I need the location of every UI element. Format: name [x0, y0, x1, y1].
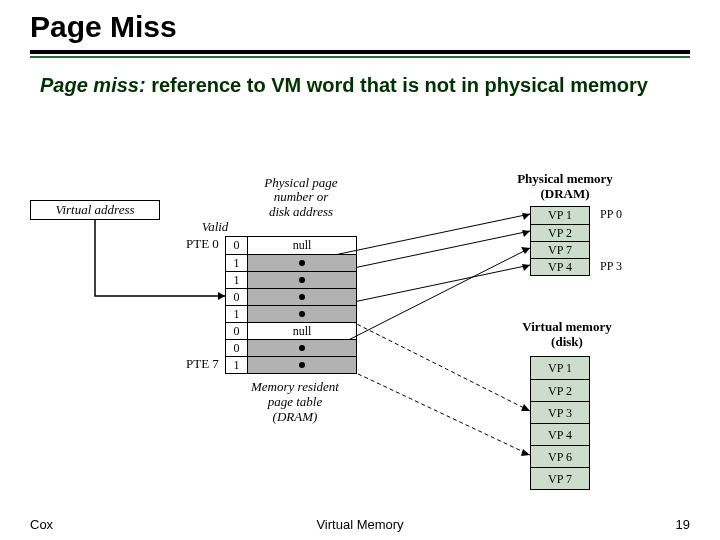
- vm-row: VP 2: [531, 379, 589, 401]
- virtual-address-box: Virtual address: [30, 200, 160, 220]
- memory-resident-page-table-label: Memory resident page table (DRAM): [230, 380, 360, 425]
- pt-row: 0null: [226, 322, 356, 339]
- svg-marker-0: [218, 292, 225, 300]
- pt-row: 1: [226, 356, 356, 373]
- vm-row: VP 4: [531, 423, 589, 445]
- title-rule-1: [30, 50, 690, 54]
- pt-row: 1: [226, 271, 356, 288]
- pm-row: VP 7: [531, 241, 589, 258]
- vm-row: VP 6: [531, 445, 589, 467]
- page-table: 0null 1 1 0 1 0null 0 1: [225, 236, 357, 374]
- svg-marker-4: [521, 247, 530, 254]
- subtitle: Page miss: reference to VM word that is …: [0, 58, 720, 98]
- dot-icon: [299, 311, 305, 317]
- dot-icon: [299, 277, 305, 283]
- footer-page-number: 19: [676, 517, 690, 532]
- pm-row: VP 1: [531, 207, 589, 224]
- pt-row: 0: [226, 339, 356, 356]
- footer-author: Cox: [30, 517, 53, 532]
- pt-row: 0null: [226, 237, 356, 254]
- page-title: Page Miss: [0, 0, 720, 50]
- pp-3-label: PP 3: [600, 259, 622, 274]
- diagram: Virtual address Valid Physical page numb…: [0, 170, 720, 510]
- subtitle-emphasis: Page miss:: [40, 74, 146, 96]
- svg-marker-1: [522, 213, 530, 220]
- physical-memory-label: Physical memory (DRAM): [500, 172, 630, 202]
- footer: Cox Virtual Memory 19: [0, 517, 720, 532]
- svg-marker-2: [522, 230, 530, 237]
- valid-header: Valid: [195, 220, 235, 234]
- pm-row: VP 2: [531, 224, 589, 241]
- subtitle-rest: reference to VM word that is not in phys…: [146, 74, 648, 96]
- vm-row: VP 7: [531, 467, 589, 489]
- svg-marker-3: [522, 264, 530, 271]
- pp-0-label: PP 0: [600, 207, 622, 222]
- pm-row: VP 4: [531, 258, 589, 275]
- vm-row: VP 1: [531, 357, 589, 379]
- svg-marker-6: [521, 449, 530, 456]
- addr-header: Physical page number or disk address: [246, 176, 356, 219]
- virtual-memory-disk: VP 1 VP 2 VP 3 VP 4 VP 6 VP 7: [530, 356, 590, 490]
- svg-marker-5: [521, 404, 530, 411]
- dot-icon: [299, 345, 305, 351]
- footer-title: Virtual Memory: [316, 517, 403, 532]
- pt-row: 0: [226, 288, 356, 305]
- dot-icon: [299, 362, 305, 368]
- pt-row: 1: [226, 305, 356, 322]
- pt-row: 1: [226, 254, 356, 271]
- pte-0-label: PTE 0: [186, 236, 219, 252]
- dot-icon: [299, 260, 305, 266]
- physical-memory: VP 1 VP 2 VP 7 VP 4: [530, 206, 590, 276]
- pte-7-label: PTE 7: [186, 356, 219, 372]
- dot-icon: [299, 294, 305, 300]
- vm-row: VP 3: [531, 401, 589, 423]
- virtual-memory-label: Virtual memory (disk): [502, 320, 632, 350]
